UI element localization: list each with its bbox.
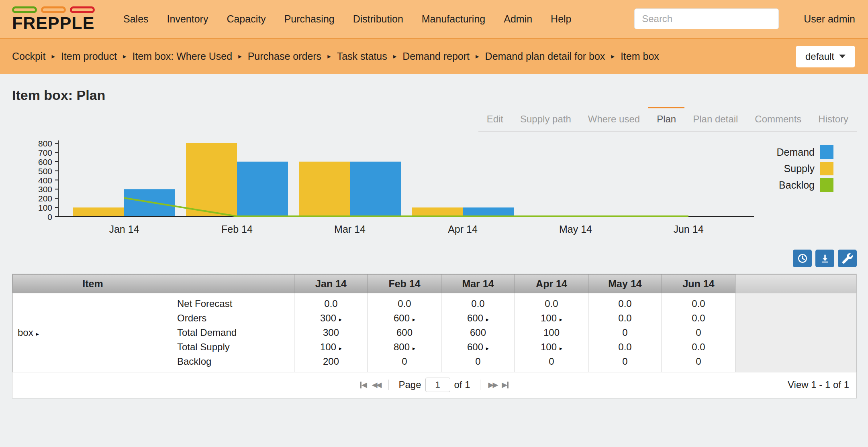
breadcrumb-item-purchase-orders[interactable]: Purchase orders: [248, 51, 321, 62]
value-text: 0.0: [618, 298, 631, 309]
column-header-apr-14: Apr 14: [515, 274, 588, 293]
nav-item-inventory[interactable]: Inventory: [158, 8, 218, 30]
legend-row-supply: Supply: [777, 162, 834, 175]
page-number-input[interactable]: [425, 378, 450, 392]
value-drilldown-icon[interactable]: ▸: [413, 316, 415, 323]
value-text: 800: [394, 341, 410, 352]
legend-swatch-supply: [820, 162, 833, 175]
nav-item-purchasing[interactable]: Purchasing: [275, 8, 344, 30]
legend-row-demand: Demand: [777, 145, 834, 159]
breadcrumb-item-item-box-where-used[interactable]: Item box: Where Used: [132, 51, 232, 62]
nav-item-sales[interactable]: Sales: [114, 8, 158, 30]
column-header-may-14: May 14: [588, 274, 662, 293]
item-drilldown-icon[interactable]: ▸: [36, 331, 39, 337]
value-orders-mar-14[interactable]: 600▸: [441, 311, 515, 325]
logo-pill-orange-icon: [41, 6, 66, 13]
nav-item-help[interactable]: Help: [541, 8, 580, 30]
value-drilldown-icon[interactable]: ▸: [560, 316, 562, 323]
item-name[interactable]: box: [18, 327, 33, 338]
breadcrumb-item-item-box[interactable]: Item box: [621, 51, 659, 62]
view-summary: View 1 - 1 of 1: [788, 379, 849, 390]
value-drilldown-icon[interactable]: ▸: [486, 345, 489, 352]
value-orders-apr-14[interactable]: 100▸: [515, 311, 588, 325]
user-menu[interactable]: User admin: [804, 13, 855, 25]
breadcrumb-item-demand-report[interactable]: Demand report: [402, 51, 470, 62]
breadcrumb-item-cockpit[interactable]: Cockpit: [12, 51, 45, 62]
value-total-supply-apr-14[interactable]: 100▸: [515, 340, 588, 354]
breadcrumb-separator-icon: ▸: [123, 52, 127, 61]
tabs-row: EditSupply pathWhere usedPlanPlan detail…: [0, 107, 868, 132]
clock-button[interactable]: [793, 250, 812, 267]
tab-where-used[interactable]: Where used: [580, 107, 648, 131]
value-net-forecast-jan-14: 0.0: [294, 297, 368, 311]
value-orders-jun-14: 0.0: [662, 311, 735, 325]
value-drilldown-icon[interactable]: ▸: [560, 345, 562, 352]
legend-label-demand: Demand: [777, 146, 815, 158]
value-orders-jan-14[interactable]: 300▸: [294, 311, 368, 325]
svg-text:700: 700: [38, 148, 52, 157]
plan-chart: 0100200300400500600700800Jan 14Feb 14Mar…: [12, 138, 775, 236]
svg-text:500: 500: [38, 167, 52, 176]
value-total-supply-mar-14[interactable]: 600▸: [441, 340, 515, 354]
value-text: 100: [541, 313, 557, 323]
table-row: box▸Net ForecastOrdersTotal DemandTotal …: [13, 293, 856, 372]
pager-next-button[interactable]: ▶▶: [486, 380, 500, 389]
svg-text:Mar 14: Mar 14: [334, 224, 366, 235]
download-button[interactable]: [815, 250, 834, 267]
value-total-demand-jan-14: 300: [294, 325, 368, 340]
tab-plan-detail[interactable]: Plan detail: [684, 107, 746, 131]
value-total-supply-feb-14[interactable]: 800▸: [368, 340, 441, 354]
tab-edit[interactable]: Edit: [478, 107, 512, 131]
pager-first-button[interactable]: ◀: [358, 380, 370, 389]
logo-pill-red-icon: [70, 6, 95, 13]
tab-plan[interactable]: Plan: [648, 107, 684, 131]
value-drilldown-icon[interactable]: ▸: [339, 316, 342, 323]
grid-toolbar: [0, 250, 868, 267]
nav-item-manufacturing[interactable]: Manufacturing: [413, 8, 494, 30]
metric-label-total-supply: Total Supply: [173, 340, 294, 354]
svg-text:Apr 14: Apr 14: [448, 224, 478, 235]
pager-prev-button[interactable]: ◀◀: [370, 380, 383, 389]
view-selector-button[interactable]: default: [796, 46, 855, 67]
wrench-button[interactable]: [838, 250, 857, 267]
column-header-item[interactable]: Item: [13, 274, 173, 293]
tabs: EditSupply pathWhere usedPlanPlan detail…: [478, 107, 857, 132]
value-orders-feb-14[interactable]: 600▸: [368, 311, 441, 325]
nav-item-capacity[interactable]: Capacity: [217, 8, 275, 30]
value-total-supply-jan-14[interactable]: 100▸: [294, 340, 368, 354]
breadcrumb-item-item-product[interactable]: Item product: [61, 51, 117, 62]
tab-comments[interactable]: Comments: [746, 107, 810, 131]
chart-section: 0100200300400500600700800Jan 14Feb 14Mar…: [0, 138, 868, 238]
value-drilldown-icon[interactable]: ▸: [486, 316, 489, 323]
value-drilldown-icon[interactable]: ▸: [413, 345, 415, 352]
value-total-demand-jun-14: 0: [662, 325, 735, 340]
value-total-demand-feb-14: 600: [368, 325, 441, 340]
legend-label-backlog: Backlog: [779, 179, 815, 191]
item-cell[interactable]: box▸: [13, 293, 173, 372]
value-text: 0.0: [618, 341, 631, 352]
nav-item-admin[interactable]: Admin: [494, 8, 541, 30]
value-text: 300: [320, 313, 336, 323]
breadcrumb-item-demand-plan-detail-for-box[interactable]: Demand plan detail for box: [485, 51, 605, 62]
pager-page-label: Page: [398, 379, 421, 390]
breadcrumb-item-task-status[interactable]: Task status: [337, 51, 387, 62]
value-backlog-jun-14: 0: [662, 354, 735, 369]
tab-supply-path[interactable]: Supply path: [512, 107, 580, 131]
pager-last-button[interactable]: ▶: [499, 380, 511, 389]
value-drilldown-icon[interactable]: ▸: [339, 345, 342, 352]
value-backlog-mar-14: 0: [441, 354, 515, 369]
nav-item-distribution[interactable]: Distribution: [344, 8, 413, 30]
value-text: 200: [323, 356, 339, 367]
search-input[interactable]: [634, 8, 779, 29]
value-total-supply-may-14: 0.0: [588, 340, 662, 354]
tab-history[interactable]: History: [810, 107, 857, 131]
value-text: 600: [396, 327, 413, 338]
frepple-logo[interactable]: FREPPLE: [12, 6, 95, 32]
metric-label-backlog: Backlog: [173, 354, 294, 369]
value-text: 0.0: [398, 298, 411, 309]
value-text: 0.0: [692, 298, 705, 309]
metric-label-net-forecast: Net Forecast: [173, 297, 294, 311]
svg-text:600: 600: [38, 157, 52, 167]
logo-pill-green-icon: [12, 6, 37, 13]
svg-text:Feb 14: Feb 14: [221, 224, 253, 235]
